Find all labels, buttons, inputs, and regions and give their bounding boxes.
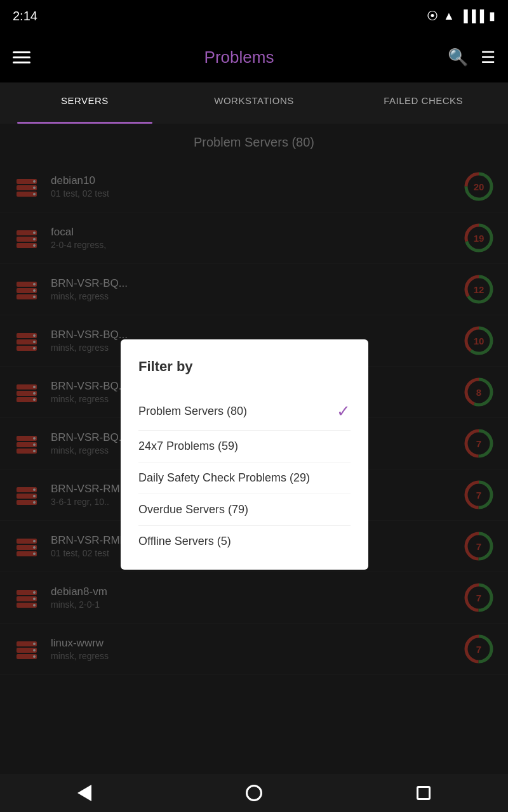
filter-dialog: Filter by Problem Servers (80) ✓ 24x7 Pr… — [121, 339, 368, 570]
recent-button[interactable] — [408, 777, 439, 809]
tab-servers[interactable]: SERVERS — [0, 82, 170, 124]
filter-option-problem-servers[interactable]: Problem Servers (80) ✓ — [138, 393, 351, 431]
filter-option-24x7[interactable]: 24x7 Problems (59) — [138, 431, 351, 462]
tab-workstations[interactable]: WORKSTATIONS — [170, 82, 339, 124]
page-title: Problems — [204, 48, 274, 67]
filter-option-overdue-servers[interactable]: Overdue Servers (79) — [138, 494, 351, 526]
bottom-nav — [0, 774, 508, 812]
home-button[interactable] — [238, 777, 270, 809]
notification-icon: ⦿ — [427, 10, 438, 23]
filter-option-offline-servers[interactable]: Offline Servers (5) — [138, 526, 351, 557]
filter-icon[interactable]: ☰ — [481, 48, 495, 67]
search-icon[interactable]: 🔍 — [448, 48, 468, 67]
status-bar: 2:14 ⦿ ▲ ▐▐▐ ▮ — [0, 0, 508, 32]
back-button[interactable] — [69, 777, 100, 809]
checkmark-icon: ✓ — [337, 402, 351, 421]
dialog-title: Filter by — [138, 358, 351, 375]
top-bar: Problems 🔍 ☰ — [0, 32, 508, 82]
tab-failed-checks[interactable]: FAILED CHECKS — [338, 82, 508, 124]
hamburger-menu-icon[interactable] — [13, 51, 30, 63]
filter-option-daily-safety[interactable]: Daily Safety Check Problems (29) — [138, 462, 351, 494]
wifi-icon: ▲ — [443, 10, 455, 23]
signal-icon: ▐▐▐ — [460, 10, 484, 23]
battery-icon: ▮ — [489, 9, 495, 23]
tab-bar: SERVERS WORKSTATIONS FAILED CHECKS — [0, 82, 508, 124]
top-actions: 🔍 ☰ — [448, 48, 495, 67]
status-time: 2:14 — [13, 9, 37, 23]
main-content: Problem Servers (80) debian10 01 test, 0… — [0, 124, 508, 774]
status-icons: ⦿ ▲ ▐▐▐ ▮ — [427, 9, 495, 23]
